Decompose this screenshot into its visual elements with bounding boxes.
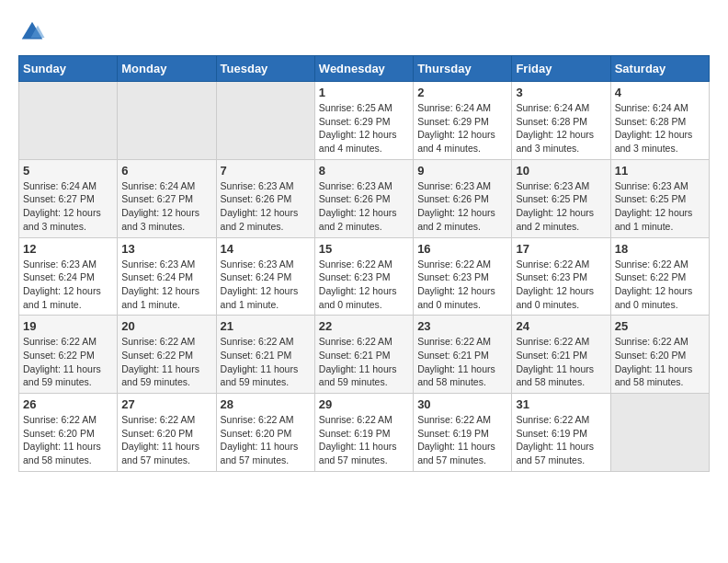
logo-icon — [18, 18, 46, 46]
calendar-week-row: 5Sunrise: 6:24 AM Sunset: 6:27 PM Daylig… — [19, 159, 710, 237]
weekday-header: Wednesday — [314, 56, 413, 82]
calendar-cell: 5Sunrise: 6:24 AM Sunset: 6:27 PM Daylig… — [19, 159, 118, 237]
day-info: Sunrise: 6:22 AM Sunset: 6:19 PM Dayligh… — [516, 413, 606, 467]
day-number: 3 — [516, 86, 606, 99]
day-number: 28 — [221, 397, 311, 411]
day-info: Sunrise: 6:22 AM Sunset: 6:20 PM Dayligh… — [23, 413, 113, 467]
day-number: 24 — [516, 319, 606, 333]
calendar-cell: 4Sunrise: 6:24 AM Sunset: 6:28 PM Daylig… — [610, 82, 709, 160]
calendar-cell: 16Sunrise: 6:22 AM Sunset: 6:23 PM Dayli… — [414, 237, 512, 316]
weekday-header: Thursday — [414, 56, 512, 82]
calendar-cell: 23Sunrise: 6:22 AM Sunset: 6:21 PM Dayli… — [414, 316, 512, 394]
page-header — [18, 18, 710, 46]
day-number: 6 — [121, 164, 211, 178]
weekday-header: Saturday — [610, 56, 709, 82]
calendar-cell — [19, 82, 118, 160]
day-info: Sunrise: 6:22 AM Sunset: 6:21 PM Dayligh… — [221, 335, 311, 389]
day-info: Sunrise: 6:22 AM Sunset: 6:20 PM Dayligh… — [221, 413, 311, 467]
day-info: Sunrise: 6:22 AM Sunset: 6:22 PM Dayligh… — [121, 335, 211, 389]
day-info: Sunrise: 6:22 AM Sunset: 6:20 PM Dayligh… — [121, 413, 211, 467]
day-number: 27 — [121, 397, 211, 411]
day-number: 12 — [23, 242, 113, 256]
day-number: 22 — [319, 319, 409, 333]
calendar-week-row: 1Sunrise: 6:25 AM Sunset: 6:29 PM Daylig… — [19, 82, 710, 160]
calendar-cell: 13Sunrise: 6:23 AM Sunset: 6:24 PM Dayli… — [118, 237, 216, 316]
calendar-cell: 2Sunrise: 6:24 AM Sunset: 6:29 PM Daylig… — [414, 82, 512, 160]
weekday-header: Monday — [118, 56, 216, 82]
calendar-cell: 9Sunrise: 6:23 AM Sunset: 6:26 PM Daylig… — [414, 159, 512, 237]
calendar-cell: 28Sunrise: 6:22 AM Sunset: 6:20 PM Dayli… — [216, 394, 314, 472]
day-number: 13 — [121, 242, 211, 256]
calendar-cell: 29Sunrise: 6:22 AM Sunset: 6:19 PM Dayli… — [314, 394, 413, 472]
day-number: 15 — [319, 242, 409, 256]
calendar-cell: 6Sunrise: 6:24 AM Sunset: 6:27 PM Daylig… — [118, 159, 216, 237]
calendar-cell: 22Sunrise: 6:22 AM Sunset: 6:21 PM Dayli… — [314, 316, 413, 394]
calendar-cell: 15Sunrise: 6:22 AM Sunset: 6:23 PM Dayli… — [314, 237, 413, 316]
calendar-cell — [610, 394, 709, 472]
calendar-cell: 1Sunrise: 6:25 AM Sunset: 6:29 PM Daylig… — [314, 82, 413, 160]
day-info: Sunrise: 6:23 AM Sunset: 6:25 PM Dayligh… — [615, 179, 705, 234]
day-number: 14 — [221, 242, 311, 256]
calendar-cell: 7Sunrise: 6:23 AM Sunset: 6:26 PM Daylig… — [216, 159, 314, 237]
day-number: 9 — [417, 164, 507, 178]
day-info: Sunrise: 6:22 AM Sunset: 6:23 PM Dayligh… — [319, 258, 409, 312]
weekday-header: Tuesday — [216, 56, 314, 82]
calendar-cell: 26Sunrise: 6:22 AM Sunset: 6:20 PM Dayli… — [19, 394, 118, 472]
calendar-cell: 17Sunrise: 6:22 AM Sunset: 6:23 PM Dayli… — [512, 237, 610, 316]
day-info: Sunrise: 6:24 AM Sunset: 6:29 PM Dayligh… — [417, 101, 507, 155]
calendar-cell: 10Sunrise: 6:23 AM Sunset: 6:25 PM Dayli… — [512, 159, 610, 237]
day-number: 30 — [417, 397, 507, 411]
calendar-cell: 27Sunrise: 6:22 AM Sunset: 6:20 PM Dayli… — [118, 394, 216, 472]
day-number: 18 — [615, 242, 705, 256]
day-info: Sunrise: 6:23 AM Sunset: 6:24 PM Dayligh… — [121, 258, 211, 312]
day-info: Sunrise: 6:24 AM Sunset: 6:28 PM Dayligh… — [516, 101, 606, 155]
day-info: Sunrise: 6:25 AM Sunset: 6:29 PM Dayligh… — [319, 101, 409, 155]
calendar-cell — [118, 82, 216, 160]
day-number: 20 — [121, 319, 211, 333]
calendar-cell: 8Sunrise: 6:23 AM Sunset: 6:26 PM Daylig… — [314, 159, 413, 237]
day-info: Sunrise: 6:22 AM Sunset: 6:21 PM Dayligh… — [417, 335, 507, 389]
weekday-header: Friday — [512, 56, 610, 82]
logo — [18, 18, 50, 46]
day-number: 17 — [516, 242, 606, 256]
calendar-week-row: 12Sunrise: 6:23 AM Sunset: 6:24 PM Dayli… — [19, 237, 710, 316]
day-info: Sunrise: 6:22 AM Sunset: 6:22 PM Dayligh… — [23, 335, 113, 389]
day-info: Sunrise: 6:23 AM Sunset: 6:25 PM Dayligh… — [516, 179, 606, 234]
day-number: 8 — [319, 164, 409, 178]
day-number: 7 — [221, 164, 311, 178]
day-info: Sunrise: 6:22 AM Sunset: 6:23 PM Dayligh… — [417, 258, 507, 312]
day-number: 25 — [615, 319, 705, 333]
calendar-cell: 3Sunrise: 6:24 AM Sunset: 6:28 PM Daylig… — [512, 82, 610, 160]
day-number: 29 — [319, 397, 409, 411]
day-number: 1 — [319, 86, 409, 99]
calendar-cell: 20Sunrise: 6:22 AM Sunset: 6:22 PM Dayli… — [118, 316, 216, 394]
day-info: Sunrise: 6:24 AM Sunset: 6:27 PM Dayligh… — [23, 179, 113, 234]
day-number: 16 — [417, 242, 507, 256]
day-info: Sunrise: 6:22 AM Sunset: 6:20 PM Dayligh… — [615, 335, 705, 389]
day-number: 11 — [615, 164, 705, 178]
day-number: 21 — [221, 319, 311, 333]
day-number: 23 — [417, 319, 507, 333]
day-info: Sunrise: 6:23 AM Sunset: 6:24 PM Dayligh… — [221, 258, 311, 312]
calendar-week-row: 19Sunrise: 6:22 AM Sunset: 6:22 PM Dayli… — [19, 316, 710, 394]
day-number: 19 — [23, 319, 113, 333]
calendar-cell: 12Sunrise: 6:23 AM Sunset: 6:24 PM Dayli… — [19, 237, 118, 316]
day-number: 10 — [516, 164, 606, 178]
calendar-cell: 19Sunrise: 6:22 AM Sunset: 6:22 PM Dayli… — [19, 316, 118, 394]
calendar-cell — [216, 82, 314, 160]
weekday-header: Sunday — [19, 56, 118, 82]
calendar-cell: 30Sunrise: 6:22 AM Sunset: 6:19 PM Dayli… — [414, 394, 512, 472]
day-info: Sunrise: 6:23 AM Sunset: 6:26 PM Dayligh… — [319, 179, 409, 234]
calendar-cell: 18Sunrise: 6:22 AM Sunset: 6:22 PM Dayli… — [610, 237, 709, 316]
day-number: 31 — [516, 397, 606, 411]
day-info: Sunrise: 6:22 AM Sunset: 6:19 PM Dayligh… — [319, 413, 409, 467]
calendar-cell: 24Sunrise: 6:22 AM Sunset: 6:21 PM Dayli… — [512, 316, 610, 394]
day-info: Sunrise: 6:22 AM Sunset: 6:21 PM Dayligh… — [319, 335, 409, 389]
day-number: 26 — [23, 397, 113, 411]
day-info: Sunrise: 6:23 AM Sunset: 6:26 PM Dayligh… — [221, 179, 311, 234]
day-info: Sunrise: 6:24 AM Sunset: 6:28 PM Dayligh… — [615, 101, 705, 155]
day-number: 2 — [417, 86, 507, 99]
calendar-cell: 25Sunrise: 6:22 AM Sunset: 6:20 PM Dayli… — [610, 316, 709, 394]
day-info: Sunrise: 6:23 AM Sunset: 6:24 PM Dayligh… — [23, 258, 113, 312]
day-info: Sunrise: 6:23 AM Sunset: 6:26 PM Dayligh… — [417, 179, 507, 234]
